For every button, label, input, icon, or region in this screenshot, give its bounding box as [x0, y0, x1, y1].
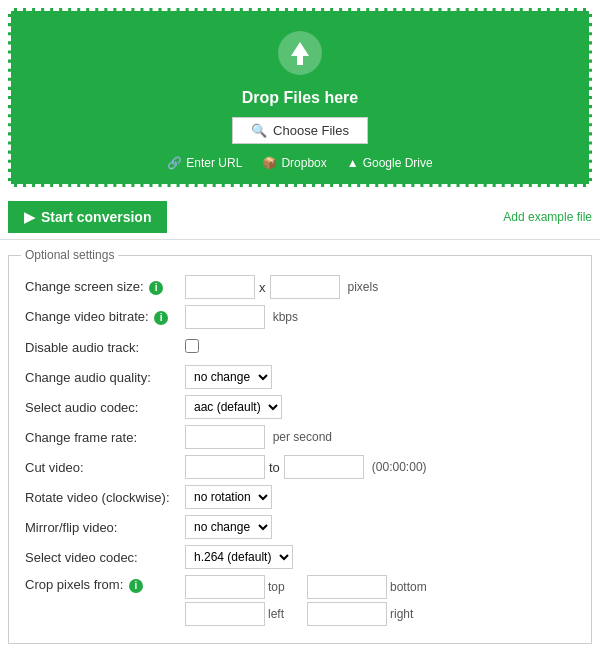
audio-codec-label: Select audio codec: — [25, 400, 138, 415]
toolbar: ▶ Start conversion Add example file — [0, 195, 600, 240]
screen-height-input[interactable] — [270, 275, 340, 299]
audio-quality-select[interactable]: no change — [185, 365, 272, 389]
crop-pixels-label: Crop pixels from: — [25, 577, 123, 592]
bitrate-label: Change video bitrate: — [25, 309, 149, 324]
dropbox-icon: 📦 — [262, 156, 277, 170]
rotate-video-row: Rotate video (clockwise): no rotation — [21, 482, 579, 512]
bottom-label: bottom — [390, 580, 440, 594]
kbps-label: kbps — [273, 310, 298, 324]
crop-left-input[interactable] — [185, 602, 265, 626]
bitrate-input[interactable] — [185, 305, 265, 329]
settings-table: Change screen size: i x pixels Change vi… — [21, 272, 579, 629]
audio-codec-select[interactable]: aac (default) — [185, 395, 282, 419]
crop-bottom-input[interactable] — [307, 575, 387, 599]
screen-width-input[interactable] — [185, 275, 255, 299]
link-icon: 🔗 — [167, 156, 182, 170]
play-icon: ▶ — [24, 209, 35, 225]
cut-end-input[interactable] — [284, 455, 364, 479]
crop-right-input[interactable] — [307, 602, 387, 626]
crop-info-icon[interactable]: i — [129, 579, 143, 593]
choose-files-button[interactable]: 🔍 Choose Files — [232, 117, 368, 144]
rotate-video-select[interactable]: no rotation — [185, 485, 272, 509]
time-hint: (00:00:00) — [372, 460, 427, 474]
drop-zone[interactable]: Drop Files here 🔍 Choose Files 🔗 Enter U… — [8, 8, 592, 187]
cut-video-inputs: to (00:00:00) — [185, 455, 575, 479]
search-icon: 🔍 — [251, 123, 267, 138]
frame-rate-input[interactable] — [185, 425, 265, 449]
choose-files-label: Choose Files — [273, 123, 349, 138]
add-example-link[interactable]: Add example file — [503, 210, 592, 224]
pixels-label: pixels — [348, 280, 379, 294]
disable-audio-row: Disable audio track: — [21, 332, 579, 362]
cut-start-input[interactable] — [185, 455, 265, 479]
enter-url-link[interactable]: 🔗 Enter URL — [167, 156, 242, 170]
crop-top-input[interactable] — [185, 575, 265, 599]
per-second-label: per second — [273, 430, 332, 444]
screen-size-info-icon[interactable]: i — [149, 281, 163, 295]
top-label: top — [268, 580, 304, 594]
screen-size-inputs: x pixels — [185, 275, 575, 299]
video-codec-label: Select video codec: — [25, 550, 138, 565]
rotate-video-label: Rotate video (clockwise): — [25, 490, 170, 505]
screen-size-row: Change screen size: i x pixels — [21, 272, 579, 302]
google-drive-icon: ▲ — [347, 156, 359, 170]
disable-audio-checkbox[interactable] — [185, 339, 199, 353]
drop-files-text: Drop Files here — [21, 89, 579, 107]
cut-video-label: Cut video: — [25, 460, 84, 475]
right-label: right — [390, 607, 440, 621]
cut-video-row: Cut video: to (00:00:00) — [21, 452, 579, 482]
dropbox-link[interactable]: 📦 Dropbox — [262, 156, 326, 170]
screen-size-label: Change screen size: — [25, 279, 144, 294]
disable-audio-label: Disable audio track: — [25, 340, 139, 355]
frame-rate-row: Change frame rate: per second — [21, 422, 579, 452]
to-label: to — [269, 460, 280, 475]
crop-pixels-row: Crop pixels from: i top bottom left righ… — [21, 572, 579, 629]
audio-codec-row: Select audio codec: aac (default) — [21, 392, 579, 422]
mirror-video-row: Mirror/flip video: no change — [21, 512, 579, 542]
optional-settings-legend: Optional settings — [21, 248, 118, 262]
upload-icon — [21, 29, 579, 83]
optional-settings-section: Optional settings Change screen size: i … — [8, 248, 592, 644]
bitrate-row: Change video bitrate: i kbps — [21, 302, 579, 332]
left-label: left — [268, 607, 304, 621]
start-conversion-button[interactable]: ▶ Start conversion — [8, 201, 167, 233]
audio-quality-row: Change audio quality: no change — [21, 362, 579, 392]
bitrate-info-icon[interactable]: i — [154, 311, 168, 325]
mirror-video-select[interactable]: no change — [185, 515, 272, 539]
audio-quality-label: Change audio quality: — [25, 370, 151, 385]
frame-rate-label: Change frame rate: — [25, 430, 137, 445]
video-codec-row: Select video codec: h.264 (default) — [21, 542, 579, 572]
google-drive-link[interactable]: ▲ Google Drive — [347, 156, 433, 170]
video-codec-select[interactable]: h.264 (default) — [185, 545, 293, 569]
drop-links: 🔗 Enter URL 📦 Dropbox ▲ Google Drive — [21, 156, 579, 170]
mirror-video-label: Mirror/flip video: — [25, 520, 117, 535]
